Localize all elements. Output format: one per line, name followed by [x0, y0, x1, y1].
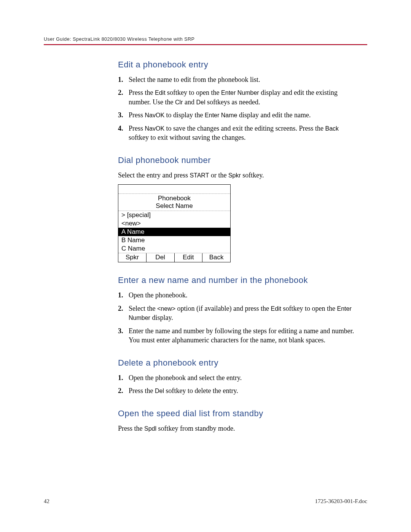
phone-title: Phonebook [118, 194, 230, 202]
ui-edit-softkey: Edit [271, 305, 281, 312]
edit-step-4: Press NavOK to save the changes and exit… [118, 124, 360, 142]
ui-spdl-softkey: Spdl [144, 425, 156, 432]
ui-spkr-softkey: Spkr [228, 172, 241, 179]
heading-edit-phonebook: Edit a phonebook entry [118, 60, 360, 70]
phone-softkey-edit: Edit [175, 253, 203, 262]
ui-navok: NavOK [145, 125, 165, 132]
phone-softkey-spkr: Spkr [118, 253, 147, 262]
enter-step-3: Enter the name and number by following t… [118, 326, 360, 345]
ui-edit-softkey: Edit [155, 89, 166, 96]
edit-step-3: Press NavOK to display the Enter Name di… [118, 110, 360, 120]
ui-new-option: <new> [157, 305, 175, 312]
phone-row-new: <new> [118, 219, 230, 228]
phone-softkey-row: Spkr Del Edit Back [118, 253, 230, 262]
heading-dial-phonebook: Dial phonebook number [118, 155, 360, 165]
dial-body: Select the entry and press START or the … [118, 171, 360, 180]
ui-back-softkey: Back [325, 125, 339, 132]
ui-del-softkey: Del [196, 99, 205, 105]
enter-step-2: Select the <new> option (if available) a… [118, 304, 360, 323]
main-content: Edit a phonebook entry Select the name t… [118, 60, 360, 433]
header-text: User Guide: SpectraLink 8020/8030 Wirele… [44, 37, 367, 42]
edit-step-1: Select the name to edit from the phonebo… [118, 75, 360, 84]
phone-screen-illustration: Phonebook Select Name > [special] <new> … [118, 184, 231, 262]
heading-enter-new: Enter a new name and number in the phone… [118, 275, 360, 285]
delete-step-2: Press the Del softkey to delete the entr… [118, 386, 360, 395]
phone-softkey-del: Del [147, 253, 175, 262]
delete-steps-list: Open the phonebook and select the entry.… [118, 373, 360, 396]
phone-status-bar [118, 185, 230, 194]
phone-subtitle: Select Name [118, 202, 230, 211]
document-id: 1725-36203-001-F.doc [315, 498, 367, 505]
enter-step-1: Open the phonebook. [118, 291, 360, 300]
page-footer: 42 1725-36203-001-F.doc [44, 498, 367, 505]
ui-del-softkey: Del [155, 388, 164, 394]
edit-step-2: Press the Edit softkey to open the Enter… [118, 88, 360, 107]
ui-enter-name: Enter Name [205, 112, 237, 118]
ui-clr-softkey: Clr [175, 99, 183, 105]
phone-row-a-name-selected: A Name [118, 228, 230, 236]
ui-enter-number: Enter Number [221, 89, 259, 96]
phone-softkey-back: Back [202, 253, 230, 262]
delete-step-1: Open the phonebook and select the entry. [118, 373, 360, 382]
page-number: 42 [44, 498, 49, 505]
heading-delete-entry: Delete a phonebook entry [118, 358, 360, 368]
speed-body: Press the Spdl softkey from standby mode… [118, 424, 360, 433]
edit-steps-list: Select the name to edit from the phonebo… [118, 75, 360, 142]
phone-row-c-name: C Name [118, 244, 230, 253]
enter-steps-list: Open the phonebook. Select the <new> opt… [118, 291, 360, 345]
ui-start-key: START [190, 172, 209, 179]
phone-row-b-name: B Name [118, 236, 230, 244]
ui-navok: NavOK [145, 112, 165, 118]
header-rule [44, 44, 367, 45]
heading-speed-dial: Open the speed dial list from standby [118, 409, 360, 419]
phone-row-special: > [special] [118, 211, 230, 219]
